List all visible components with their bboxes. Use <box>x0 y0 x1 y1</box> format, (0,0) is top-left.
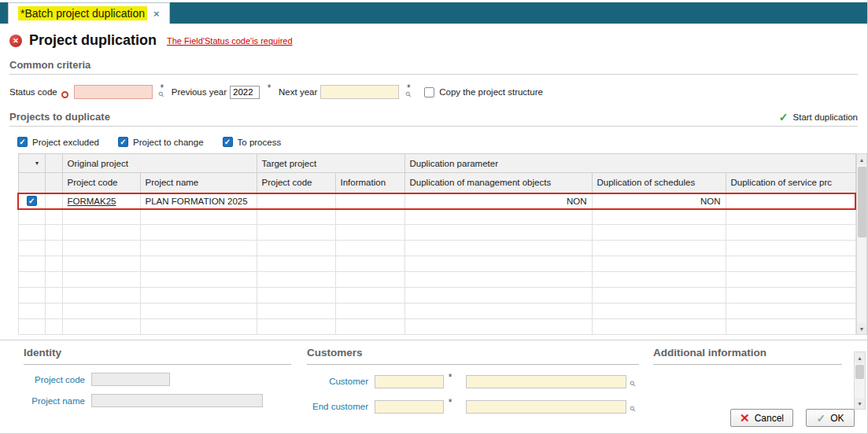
required-asterisk: * <box>449 398 452 406</box>
project-excluded-label: Project excluded <box>32 138 99 147</box>
ok-label: OK <box>830 413 844 424</box>
additional-information-title: Additional information <box>653 347 842 365</box>
cell-duplication-management-objects[interactable]: NON <box>404 193 592 209</box>
customer-code-input[interactable] <box>375 375 444 388</box>
table-row-empty[interactable] <box>18 319 855 335</box>
group-header-duplication-parameter: Duplication parameter <box>404 154 855 173</box>
project-code-link[interactable]: FORMAK25 <box>68 197 116 206</box>
col-original-project-code[interactable]: Project code <box>62 173 140 193</box>
table-row-empty[interactable] <box>18 272 855 288</box>
lookup-icon[interactable]: ⚲ <box>404 90 413 99</box>
end-customer-name-input[interactable] <box>466 400 626 414</box>
cancel-label: Cancel <box>755 413 784 424</box>
detail-project-name-label: Project name <box>24 396 85 406</box>
tab-bar: *Batch project duplication × <box>0 0 867 24</box>
customer-lookup[interactable]: ⚲ <box>629 373 637 390</box>
table-row-empty[interactable] <box>18 303 855 319</box>
next-year-label: Next year <box>279 87 317 97</box>
page-title: Project duplication <box>29 32 157 49</box>
scrollbar-track[interactable] <box>855 363 865 398</box>
status-code-input[interactable] <box>74 85 153 99</box>
check-icon: ✓ <box>28 197 35 205</box>
previous-year-input[interactable] <box>230 86 260 99</box>
customer-name-input[interactable] <box>466 375 626 388</box>
detail-project-name-input[interactable] <box>91 394 263 407</box>
ok-check-icon: ✓ <box>816 413 826 424</box>
required-asterisk: * <box>449 373 452 381</box>
detail-project-code-input[interactable] <box>91 373 170 386</box>
project-to-change-checkbox[interactable]: ✓ <box>118 137 128 147</box>
filter-project-to-change[interactable]: ✓ Project to change <box>118 137 204 147</box>
scroll-up-icon[interactable]: ▲ <box>857 154 866 165</box>
cell-target-project-code[interactable] <box>257 193 335 209</box>
projects-table: ▼ Original project Target project Duplic… <box>17 153 856 335</box>
detail-vertical-scrollbar[interactable]: ▲ ▼ <box>854 351 866 410</box>
grid-menu-caret-icon[interactable]: ▼ <box>24 160 40 166</box>
table-column-header-row: Project code Project name Project code I… <box>18 173 855 193</box>
table-row-empty[interactable] <box>18 256 855 272</box>
end-customer-code-input[interactable] <box>375 400 444 414</box>
scrollbar-thumb[interactable] <box>858 167 866 237</box>
to-process-checkbox[interactable]: ✓ <box>223 137 233 147</box>
common-criteria-title: Common criteria <box>9 59 90 71</box>
cell-duplication-service[interactable] <box>726 193 855 209</box>
table-row-empty[interactable] <box>18 241 855 256</box>
table-vertical-scrollbar[interactable]: ▲ ▼ <box>856 153 867 335</box>
lookup-icon[interactable]: ⚲ <box>157 90 166 99</box>
error-cross-glyph: ✕ <box>13 37 19 45</box>
column-options-cell: ▼ <box>18 154 45 173</box>
cell-duplication-schedules[interactable]: NON <box>592 193 726 209</box>
spacer-cell <box>45 193 62 209</box>
row-select-cell[interactable]: ✓ <box>18 193 45 209</box>
filter-project-excluded[interactable]: ✓ Project excluded <box>17 137 99 147</box>
detail-project-code-label: Project code <box>24 375 85 384</box>
lookup-icon[interactable]: ⚲ <box>628 405 637 414</box>
end-customer-row: End customer * ⚲ <box>307 398 639 415</box>
spacer-cell <box>45 173 62 193</box>
common-criteria-row: Status code *⚲ Previous year * Next year… <box>9 83 858 101</box>
status-code-required-lookup[interactable]: *⚲ <box>158 83 166 101</box>
table-group-header-row: ▼ Original project Target project Duplic… <box>18 154 855 173</box>
customer-label: Customer <box>307 377 368 386</box>
end-customer-lookup[interactable]: ⚲ <box>629 398 637 415</box>
scrollbar-track[interactable] <box>857 165 866 323</box>
check-icon: ✓ <box>779 112 789 123</box>
col-target-project-code[interactable]: Project code <box>257 173 335 193</box>
table-row-empty[interactable] <box>18 209 855 225</box>
ok-button[interactable]: ✓ OK <box>806 409 855 427</box>
customers-section: Customers Customer * ⚲ End customer * ⚲ <box>307 347 639 415</box>
previous-year-label: Previous year <box>172 87 227 97</box>
cancel-button[interactable]: ✕ Cancel <box>730 409 793 427</box>
customer-row: Customer * ⚲ <box>307 373 639 390</box>
cancel-x-icon: ✕ <box>740 412 750 424</box>
scrollbar-thumb[interactable] <box>855 365 864 379</box>
spacer-cell <box>45 154 62 173</box>
col-duplication-management-objects[interactable]: Duplication of management objects <box>404 173 592 193</box>
table-row-selected[interactable]: ✓ FORMAK25 PLAN FORMATION 2025 NON NON <box>18 193 855 209</box>
col-information[interactable]: Information <box>335 173 404 193</box>
tab-batch-project-duplication[interactable]: *Batch project duplication × <box>8 2 170 24</box>
table-row-empty[interactable] <box>18 288 855 303</box>
col-duplication-schedules[interactable]: Duplication of schedules <box>592 173 726 193</box>
col-duplication-service[interactable]: Duplication of service prc <box>726 173 855 193</box>
group-header-target-project: Target project <box>257 154 404 173</box>
table-row-empty[interactable] <box>18 225 855 241</box>
tab-close-icon[interactable]: × <box>153 9 160 19</box>
filter-to-process[interactable]: ✓ To process <box>223 137 282 147</box>
next-year-required-lookup[interactable]: *⚲ <box>404 83 412 101</box>
scroll-down-icon[interactable]: ▼ <box>857 323 866 334</box>
customers-title: Customers <box>307 347 639 365</box>
next-year-input[interactable] <box>320 85 399 99</box>
copy-project-structure-label: Copy the project structure <box>439 87 543 97</box>
validation-error-link[interactable]: The Field'Status code'is required <box>167 36 293 46</box>
scroll-up-icon[interactable]: ▲ <box>855 352 865 363</box>
start-duplication-button[interactable]: ✓ Start duplication <box>779 112 858 123</box>
scroll-down-icon[interactable]: ▼ <box>855 398 865 409</box>
row-checkbox[interactable]: ✓ <box>27 196 37 206</box>
copy-project-structure-checkbox[interactable] <box>424 87 434 97</box>
group-header-original-project: Original project <box>62 154 257 173</box>
project-excluded-checkbox[interactable]: ✓ <box>17 137 28 147</box>
col-original-project-name[interactable]: Project name <box>140 173 257 193</box>
status-code-label: Status code <box>9 87 57 97</box>
lookup-icon[interactable]: ⚲ <box>628 380 637 388</box>
